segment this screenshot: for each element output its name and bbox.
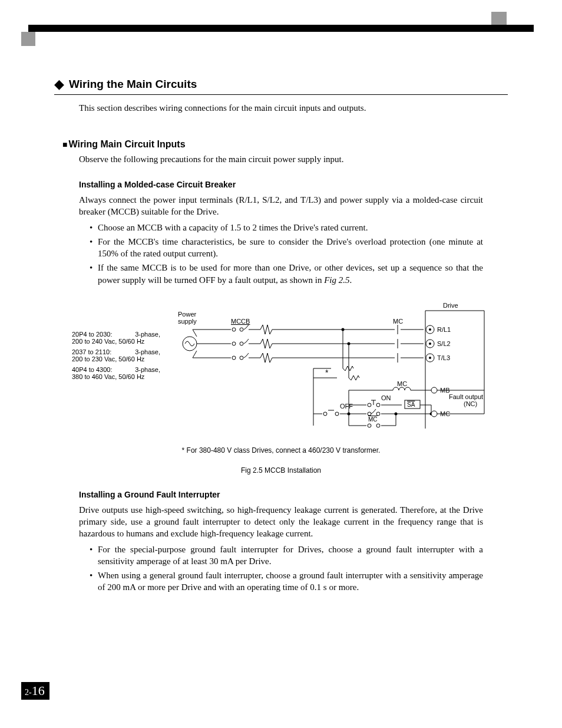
svg-point-46	[431, 387, 437, 393]
svg-point-78	[395, 412, 398, 415]
svg-line-34	[193, 330, 197, 337]
spec-range-0: 20P4 to 2030:	[72, 331, 113, 338]
bullet-item: When using a general ground fault interr…	[90, 569, 483, 594]
svg-point-67	[376, 412, 380, 416]
svg-point-24	[232, 356, 236, 360]
bullet-item: If the same MCCB is to be used for more …	[90, 262, 483, 286]
page-number: 2-16	[21, 682, 49, 700]
bullet-item: Choose an MCCB with a capacity of 1.5 to…	[90, 222, 483, 233]
svg-point-74	[368, 424, 371, 427]
fault-output-label-1: Fault output	[449, 393, 483, 400]
terminal-t: T/L3	[437, 354, 450, 361]
svg-point-66	[368, 412, 371, 416]
section-title: Wiring the Main Circuits	[69, 78, 197, 91]
spec-desc-1: 200 to 230 Vac, 50/60 Hz	[72, 355, 145, 363]
square-icon: ■	[62, 140, 67, 149]
svg-text:supply: supply	[178, 318, 197, 325]
phase-lines: R/L1 S/L2	[193, 325, 451, 363]
diamond-icon: ◆	[54, 77, 64, 92]
spec-desc-0: 200 to 240 Vac, 50/60 Hz	[72, 338, 145, 345]
circuit-diagram-figure: Drive Power supply	[54, 299, 508, 440]
gfi-bullet-list: For the special-purpose ground fault int…	[90, 543, 483, 594]
page-content: ◆ Wiring the Main Circuits This section …	[54, 77, 508, 596]
svg-point-25	[240, 356, 243, 360]
svg-point-53	[376, 403, 380, 407]
figure-note: * For 380-480 V class Drives, connect a …	[54, 446, 508, 454]
document-page: ◆ Wiring the Main Circuits This section …	[0, 0, 562, 728]
drive-label: Drive	[443, 302, 458, 309]
svg-line-35	[193, 351, 197, 358]
subsection-title: Wiring Main Circuit Inputs	[68, 139, 185, 149]
off-label: OFF	[340, 403, 353, 410]
svg-point-32	[429, 357, 431, 359]
svg-point-71	[431, 411, 437, 417]
bullet-item: For the MCCB's time characteristics, be …	[90, 236, 483, 260]
svg-text:3-phase,: 3-phase,	[135, 366, 160, 373]
mccb-bullet-list: Choose an MCCB with a capacity of 1.5 to…	[90, 222, 483, 286]
mc-label: MC	[393, 318, 403, 325]
period: .	[349, 275, 352, 285]
side-tab-decoration	[21, 32, 35, 46]
section-heading-row: ◆ Wiring the Main Circuits	[54, 77, 508, 95]
header-bar-decoration	[28, 25, 534, 32]
section-intro-text: This section describes wiring connection…	[79, 103, 508, 113]
terminal-r: R/L1	[437, 326, 451, 333]
terminal-mc: MC	[440, 410, 450, 417]
svg-point-4	[232, 328, 236, 331]
svg-point-12	[429, 328, 431, 331]
header-tab-decoration	[491, 12, 507, 25]
svg-point-5	[240, 328, 243, 331]
gfi-paragraph: Drive outputs use high-speed switching, …	[79, 504, 483, 540]
svg-point-61	[335, 412, 339, 416]
spec-line: 20P4 to 2030:	[72, 331, 113, 338]
svg-text:3-phase,: 3-phase,	[135, 331, 160, 338]
terminal-s: S/L2	[437, 340, 451, 347]
svg-point-59	[323, 412, 327, 416]
bullet-text: If the same MCCB is to be used for more …	[98, 263, 483, 284]
svg-point-14	[232, 342, 236, 345]
page-digits: 16	[32, 683, 45, 698]
figure-caption: Fig 2.5 MCCB Installation	[54, 466, 508, 475]
mccb-label: MCCB	[231, 318, 250, 325]
mc-coil-label: MC	[397, 380, 407, 387]
spec-desc-2: 380 to 460 Vac, 50/60 Hz	[72, 373, 145, 380]
mccb-heading: Installing a Molded-case Circuit Breaker	[79, 180, 508, 189]
on-label: ON	[381, 394, 391, 401]
bullet-item: For the special-purpose ground fault int…	[90, 543, 483, 568]
power-supply-label: Power	[178, 311, 197, 318]
mccb-paragraph: Always connect the power input terminals…	[79, 194, 483, 218]
svg-point-75	[376, 424, 380, 427]
sa-label: SA	[407, 401, 415, 408]
subsection-heading: ■Wiring Main Circuit Inputs	[62, 139, 508, 150]
asterisk-mark: *	[325, 368, 329, 377]
mc-bar-label: MC	[368, 416, 378, 423]
figure-reference: Fig 2.5	[324, 275, 349, 285]
svg-text:(NC): (NC)	[464, 400, 477, 407]
svg-text:3-phase,: 3-phase,	[135, 348, 160, 355]
spec-range-1: 2037 to 2110:	[72, 348, 111, 355]
spec-range-2: 40P4 to 4300:	[72, 366, 113, 373]
subsection-intro-text: Observe the following precautions for th…	[79, 154, 508, 164]
svg-point-22	[429, 342, 431, 345]
svg-point-15	[240, 342, 243, 345]
svg-point-50	[368, 403, 371, 407]
chapter-number: 2-	[25, 688, 32, 697]
gfi-heading: Installing a Ground Fault Interrupter	[79, 490, 508, 499]
